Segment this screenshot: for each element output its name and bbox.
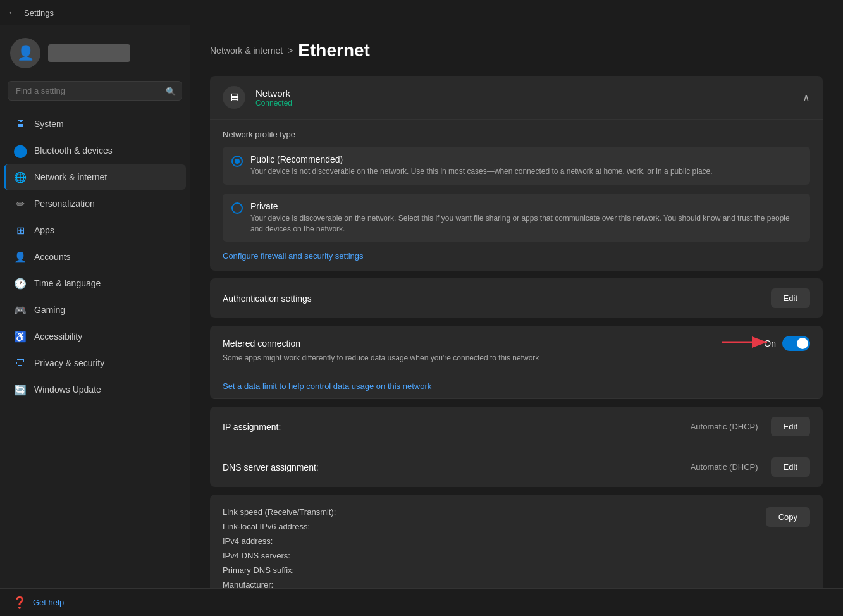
- page-title: Ethernet: [298, 40, 370, 61]
- sidebar: 👤 🔍 🖥 System ⬤ Bluetooth & devices 🌐 Net…: [0, 25, 190, 616]
- update-icon: 🔄: [14, 383, 27, 396]
- sidebar-item-privacy[interactable]: 🛡 Privacy & security: [4, 350, 186, 376]
- metered-row: Metered connection On: [210, 326, 823, 373]
- ip-assignment-row: IP assignment: Automatic (DHCP) Edit: [210, 407, 823, 447]
- dns-assignment-label: DNS server assignment:: [223, 462, 319, 472]
- titlebar: ← Settings: [0, 0, 843, 25]
- sidebar-label-privacy: Privacy & security: [34, 358, 104, 368]
- firewall-link[interactable]: Configure firewall and security settings: [223, 251, 364, 261]
- sidebar-item-gaming[interactable]: 🎮 Gaming: [4, 297, 186, 323]
- ip-assignment-right: Automatic (DHCP) Edit: [691, 417, 810, 436]
- sidebar-label-system: System: [34, 119, 64, 129]
- breadcrumb-parent[interactable]: Network & internet: [210, 46, 283, 56]
- user-icon: 👤: [17, 45, 34, 61]
- metered-label: Metered connection: [223, 338, 300, 348]
- sidebar-label-personalization: Personalization: [34, 199, 95, 209]
- back-button[interactable]: ←: [8, 7, 18, 18]
- sidebar-item-accounts[interactable]: 👤 Accounts: [4, 244, 186, 269]
- sidebar-label-network: Network & internet: [34, 172, 107, 182]
- sidebar-label-update: Windows Update: [34, 385, 101, 395]
- gaming-icon: 🎮: [14, 304, 27, 316]
- radio-private-content: Private Your device is discoverable on t…: [250, 201, 801, 235]
- network-card: 🖥 Network Connected ∧ Network profile ty…: [210, 76, 823, 271]
- sidebar-label-gaming: Gaming: [34, 305, 65, 315]
- dns-assignment-row: DNS server assignment: Automatic (DHCP) …: [210, 447, 823, 487]
- sidebar-label-time: Time & language: [34, 278, 101, 288]
- titlebar-title: Settings: [24, 8, 54, 18]
- breadcrumb: Network & internet > Ethernet: [210, 40, 823, 61]
- avatar: 👤: [10, 38, 40, 68]
- app-container: 👤 🔍 🖥 System ⬤ Bluetooth & devices 🌐 Net…: [0, 25, 843, 616]
- sidebar-label-accessibility: Accessibility: [34, 331, 82, 342]
- radio-public-btn[interactable]: [231, 156, 243, 167]
- radio-public[interactable]: Public (Recommended) Your device is not …: [223, 147, 810, 185]
- data-limit-row: Set a data limit to help control data us…: [210, 373, 823, 399]
- info-key-2: IPv4 address:: [223, 536, 362, 546]
- auth-edit-button[interactable]: Edit: [771, 288, 810, 308]
- time-icon: 🕐: [14, 277, 27, 290]
- metered-desc: Some apps might work differently to redu…: [223, 354, 665, 362]
- auth-row: Authentication settings Edit: [210, 278, 823, 318]
- sidebar-item-bluetooth[interactable]: ⬤ Bluetooth & devices: [4, 138, 186, 163]
- metered-toggle[interactable]: [782, 336, 810, 351]
- dns-edit-button[interactable]: Edit: [771, 457, 810, 477]
- copy-button[interactable]: Copy: [766, 507, 810, 527]
- auth-section: Authentication settings Edit: [210, 278, 823, 318]
- info-row-2: IPv4 address:: [223, 534, 753, 548]
- radio-private[interactable]: Private Your device is discoverable on t…: [223, 194, 810, 242]
- radio-private-btn[interactable]: [231, 202, 243, 214]
- toggle-group: On: [764, 336, 810, 351]
- bluetooth-icon: ⬤: [14, 144, 27, 157]
- data-limit-link[interactable]: Set a data limit to help control data us…: [223, 381, 431, 391]
- breadcrumb-separator: >: [288, 46, 293, 56]
- get-help-icon: ❓: [13, 596, 27, 610]
- search-box[interactable]: 🔍: [8, 81, 182, 101]
- ip-assignment-value: Automatic (DHCP): [691, 422, 758, 431]
- ip-section: IP assignment: Automatic (DHCP) Edit DNS…: [210, 407, 823, 487]
- sidebar-item-accessibility[interactable]: ♿ Accessibility: [4, 324, 186, 349]
- footer: ❓ Get help: [0, 588, 843, 616]
- ethernet-icon: 🖥: [228, 91, 240, 104]
- user-profile: 👤: [0, 32, 190, 81]
- sidebar-label-apps: Apps: [34, 225, 54, 235]
- sidebar-item-system[interactable]: 🖥 System: [4, 111, 186, 137]
- network-card-header[interactable]: 🖥 Network Connected ∧: [210, 76, 823, 119]
- red-arrow-icon: [722, 333, 772, 352]
- info-key-0: Link speed (Receive/Transmit):: [223, 507, 362, 517]
- network-card-body: Network profile type Public (Recommended…: [210, 119, 823, 271]
- auth-label: Authentication settings: [223, 293, 312, 304]
- info-row-1: Link-local IPv6 address:: [223, 519, 753, 534]
- ip-assignment-label: IP assignment:: [223, 422, 281, 432]
- dns-assignment-right: Automatic (DHCP) Edit: [691, 457, 810, 477]
- sidebar-item-time[interactable]: 🕐 Time & language: [4, 271, 186, 296]
- info-key-3: IPv4 DNS servers:: [223, 551, 362, 560]
- privacy-icon: 🛡: [14, 357, 27, 369]
- sidebar-item-personalization[interactable]: ✏ Personalization: [4, 191, 186, 216]
- info-row-4: Primary DNS suffix:: [223, 563, 753, 577]
- sidebar-label-accounts: Accounts: [34, 252, 71, 262]
- network-card-subtitle: Connected: [255, 99, 292, 108]
- network-card-title-block: Network Connected: [255, 88, 292, 108]
- system-icon: 🖥: [14, 118, 27, 130]
- get-help-link[interactable]: Get help: [33, 598, 64, 607]
- network-card-left: 🖥 Network Connected: [223, 86, 292, 109]
- ip-edit-button[interactable]: Edit: [771, 417, 810, 436]
- metered-section: Metered connection On: [210, 326, 823, 399]
- profile-section-title: Network profile type: [223, 120, 810, 147]
- network-card-icon: 🖥: [223, 86, 245, 109]
- sidebar-item-apps[interactable]: ⊞ Apps: [4, 218, 186, 243]
- apps-icon: ⊞: [14, 224, 27, 237]
- search-icon: 🔍: [166, 86, 176, 95]
- main-content: Network & internet > Ethernet 🖥 Network …: [190, 25, 843, 616]
- search-input[interactable]: [8, 81, 182, 101]
- network-card-chevron[interactable]: ∧: [803, 92, 810, 104]
- radio-public-label: Public (Recommended): [250, 154, 713, 164]
- radio-private-desc: Your device is discoverable on the netwo…: [250, 213, 801, 235]
- sidebar-item-update[interactable]: 🔄 Windows Update: [4, 377, 186, 402]
- accessibility-icon: ♿: [14, 330, 27, 343]
- sidebar-label-bluetooth: Bluetooth & devices: [34, 145, 113, 156]
- metered-top: Metered connection On: [223, 336, 810, 351]
- sidebar-item-network[interactable]: 🌐 Network & internet: [4, 164, 186, 190]
- accounts-icon: 👤: [14, 250, 27, 263]
- personalization-icon: ✏: [14, 197, 27, 210]
